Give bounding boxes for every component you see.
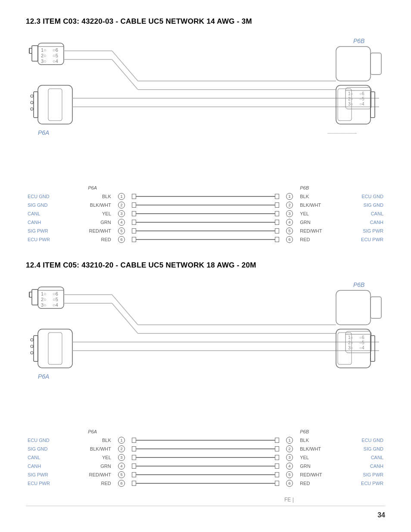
svg-text:1○: 1○ [41, 291, 47, 296]
right-color: BLK/WHT [298, 201, 339, 209]
svg-point-68 [31, 352, 33, 354]
right-color: BLK [298, 436, 339, 445]
svg-text:○6: ○6 [53, 291, 58, 296]
wire-line-cell [130, 227, 281, 235]
svg-text:○5: ○5 [359, 96, 364, 101]
right-signal: ECU GND [339, 436, 385, 445]
pin-circle-left: 6 [113, 479, 130, 488]
right-signal: ECU PWR [339, 479, 385, 488]
wire-row: SIG PWR RED/WHT 5 5 RED/WHT SIG PWR [26, 470, 385, 479]
right-color: GRN [298, 218, 339, 227]
section2-svg: 1○ ○6 2○ ○5 3○ ○4 P6B [26, 277, 385, 424]
left-signal: CANL [26, 209, 72, 218]
left-signal: CANH [26, 462, 72, 470]
svg-text:P6B: P6B [353, 281, 364, 288]
svg-text:○6: ○6 [359, 91, 364, 96]
right-signal: CANL [339, 453, 385, 462]
svg-rect-23 [34, 92, 38, 118]
svg-line-56 [112, 295, 138, 325]
left-color: BLK/WHT [72, 445, 113, 453]
pin-circle-right: 1 [281, 436, 298, 445]
left-color: RED [72, 479, 113, 488]
left-signal: SIG PWR [26, 227, 72, 235]
right-color: RED [298, 479, 339, 488]
left-color: GRN [72, 462, 113, 470]
right-color: RED [298, 235, 339, 244]
left-signal: CANH [26, 218, 72, 227]
right-signal: ECU PWR [339, 235, 385, 244]
svg-text:1○: 1○ [348, 91, 353, 96]
svg-rect-17 [336, 47, 371, 81]
right-signal: SIG GND [339, 445, 385, 453]
svg-rect-63 [38, 329, 72, 368]
wire-line-cell [130, 479, 281, 488]
svg-line-14 [112, 51, 138, 81]
svg-text:P6B: P6B [353, 37, 364, 44]
pin-circle-right: 5 [281, 470, 298, 479]
page: 12.3 ITEM C03: 43220-03 - CABLE UC5 NETW… [0, 0, 411, 532]
s2-right-connector-main: 1○ ○6 2○ ○5 3○ ○4 [336, 329, 375, 368]
wire-row: SIG GND BLK/WHT 2 2 BLK/WHT SIG GND [26, 445, 385, 453]
svg-line-15 [112, 59, 138, 90]
pin-circle-left: 4 [113, 218, 130, 227]
pin-circle-left: 5 [113, 227, 130, 235]
s1-right-connector-top: P6B [138, 37, 381, 90]
pin-circle-right: 6 [281, 479, 298, 488]
right-color: RED/WHT [298, 470, 339, 479]
svg-text:○5: ○5 [53, 297, 58, 302]
svg-rect-60 [371, 297, 381, 318]
wire-line-cell [130, 235, 281, 244]
right-color: RED/WHT [298, 227, 339, 235]
svg-text:────────: ──────── [327, 130, 357, 136]
left-color: YEL [72, 453, 113, 462]
wire-line-cell [130, 209, 281, 218]
svg-rect-30 [336, 85, 371, 124]
right-signal: CANH [339, 218, 385, 227]
left-signal: ECU PWR [26, 479, 72, 488]
s1-right-connector-main: 1○ ○6 2○ ○5 3○ ○4 ──────── [327, 85, 375, 136]
wire-row: CANH GRN 4 4 GRN CANH [26, 462, 385, 470]
svg-rect-72 [336, 329, 371, 368]
svg-line-57 [112, 303, 138, 333]
bottom-rule [26, 506, 385, 506]
left-color: BLK/WHT [72, 201, 113, 209]
wire-line-cell [130, 201, 281, 209]
pin-circle-left: 2 [113, 201, 130, 209]
left-color: GRN [72, 218, 113, 227]
section2-heading: 12.4 ITEM C05: 43210-20 - CABLE UC5 NETW… [26, 261, 385, 270]
section2-diagram: 1○ ○6 2○ ○5 3○ ○4 P6B [26, 277, 385, 424]
wire-line-cell [130, 445, 281, 453]
pin-circle-left: 5 [113, 470, 130, 479]
svg-rect-18 [371, 53, 381, 75]
pin-circle-right: 3 [281, 453, 298, 462]
pin-circle-left: 6 [113, 235, 130, 244]
svg-text:○5: ○5 [359, 340, 364, 345]
pin-circle-left: 1 [113, 436, 130, 445]
left-color: BLK [72, 192, 113, 201]
pin-circle-left: 3 [113, 453, 130, 462]
section2-wire-table: P6A P6B ECU GND BLK 1 [26, 428, 385, 488]
right-color: BLK [298, 192, 339, 201]
wire-line-cell [130, 462, 281, 470]
svg-rect-50 [32, 289, 38, 305]
left-signal: ECU GND [26, 436, 72, 445]
section1-diagram: 1○ ○6 2○ ○5 3○ ○4 [26, 34, 385, 180]
right-signal: ECU GND [339, 192, 385, 201]
svg-text:2○: 2○ [348, 96, 353, 101]
page-number: 34 [377, 511, 385, 519]
svg-point-25 [31, 101, 33, 104]
pin-circle-right: 3 [281, 209, 298, 218]
right-signal: CANH [339, 462, 385, 470]
svg-text:2○: 2○ [348, 340, 353, 345]
svg-point-66 [31, 339, 33, 341]
svg-text:3○: 3○ [348, 345, 353, 350]
footer-note: FE | [284, 497, 294, 503]
svg-rect-65 [34, 336, 38, 361]
left-signal: SIG GND [26, 201, 72, 209]
svg-text:3○: 3○ [348, 102, 353, 106]
s2-left-connector-main: P6A [31, 329, 379, 380]
left-signal: SIG PWR [26, 470, 72, 479]
svg-text:○6: ○6 [53, 47, 58, 53]
svg-text:P6A: P6A [38, 129, 49, 136]
svg-rect-21 [38, 85, 72, 124]
